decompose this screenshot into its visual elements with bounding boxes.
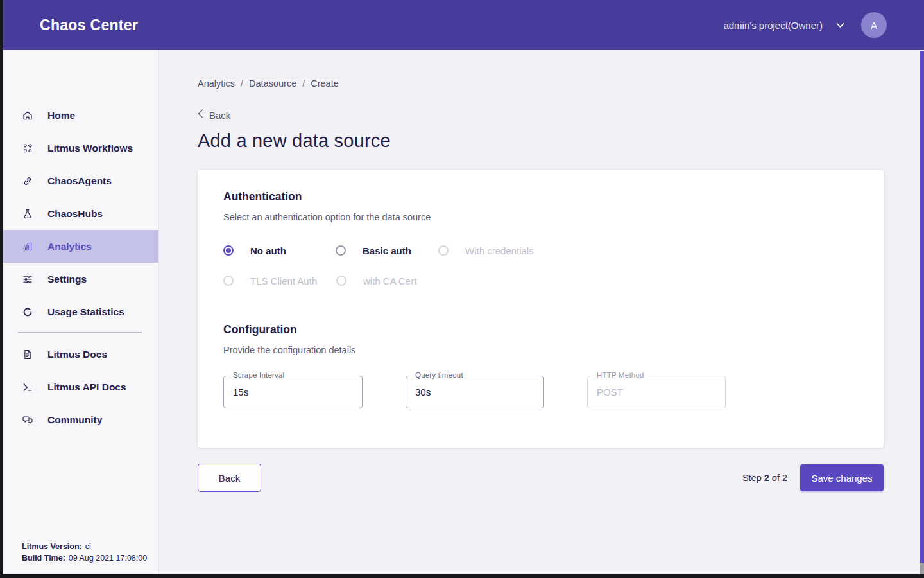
sidebar-divider bbox=[18, 332, 142, 333]
breadcrumb-link[interactable]: Datasource bbox=[249, 78, 296, 89]
field-value: POST bbox=[597, 387, 623, 398]
breadcrumb-separator: / bbox=[302, 78, 305, 89]
avatar[interactable]: A bbox=[861, 12, 887, 38]
item: Datasource / bbox=[249, 78, 305, 89]
header-right: admin's project(Owner) A bbox=[723, 12, 887, 38]
scrollbar[interactable] bbox=[920, 51, 924, 563]
settings-icon bbox=[22, 274, 33, 285]
configuration-subtitle: Provide the configuration details bbox=[223, 345, 858, 355]
project-selector-label: admin's project(Owner) bbox=[723, 20, 823, 31]
version-info: Litmus Version: ci Build Time: 09 Aug 20… bbox=[22, 541, 147, 564]
sidebar-item-label: Analytics bbox=[47, 241, 92, 252]
sidebar-item-analytics[interactable]: Analytics bbox=[3, 230, 158, 263]
field-value: 15s bbox=[233, 387, 248, 398]
save-changes-button[interactable]: Save changes bbox=[800, 464, 884, 491]
build-time: Build Time: 09 Aug 2021 17:08:00 bbox=[22, 552, 147, 564]
authentication-heading: Authentication bbox=[223, 190, 858, 204]
avatar-initial: A bbox=[871, 20, 877, 31]
sidebar-item-chaoshubs[interactable]: ChaosHubs bbox=[3, 197, 158, 230]
auth-options-row-2: TLS Client Auth with CA Cert bbox=[223, 273, 858, 288]
sidebar-primary-nav: Home Litmus Workflows ChaosAgents ChaosH… bbox=[3, 99, 158, 328]
litmus-version-value: ci bbox=[85, 541, 91, 552]
item: Create / bbox=[311, 78, 339, 89]
step-prefix: Step bbox=[742, 473, 762, 483]
auth-option-no-auth[interactable]: No auth bbox=[223, 245, 336, 256]
sidebar-item-label: Home bbox=[47, 110, 75, 121]
sidebar-item-settings[interactable]: Settings bbox=[3, 263, 158, 295]
back-link[interactable]: Back bbox=[198, 109, 230, 121]
step-indicator: Step 2 of 2 bbox=[742, 473, 787, 483]
home-icon bbox=[22, 110, 33, 121]
page-title: Add a new data source bbox=[198, 130, 924, 152]
radio-icon bbox=[336, 276, 346, 286]
back-button[interactable]: Back bbox=[198, 464, 261, 492]
terminal-icon bbox=[22, 381, 33, 393]
config-field-query-timeout[interactable]: Query timeout 30s bbox=[406, 376, 544, 408]
chevron-left-icon bbox=[198, 109, 203, 121]
field-label: Query timeout bbox=[412, 371, 466, 379]
auth-option-label: No auth bbox=[250, 245, 286, 256]
sidebar-item-label: ChaosHubs bbox=[47, 208, 103, 220]
breadcrumb-link[interactable]: Analytics bbox=[198, 78, 235, 89]
radio-icon bbox=[336, 245, 346, 256]
sidebar-item-litmus-workflows[interactable]: Litmus Workflows bbox=[3, 132, 158, 164]
sidebar-item-label: Litmus API Docs bbox=[47, 381, 126, 393]
sidebar-item-label: Usage Statistics bbox=[47, 306, 124, 318]
radio-icon bbox=[223, 276, 234, 286]
agents-icon bbox=[22, 175, 33, 187]
sidebar-item-home[interactable]: Home bbox=[3, 99, 158, 132]
build-time-value: 09 Aug 2021 17:08:00 bbox=[69, 552, 147, 564]
analytics-icon bbox=[22, 241, 33, 252]
sidebar-item-label: ChaosAgents bbox=[47, 175, 112, 187]
auth-options-row-1: No auth Basic auth With credentials bbox=[223, 243, 858, 258]
sidebar-item-litmus-api-docs[interactable]: Litmus API Docs bbox=[3, 371, 158, 403]
community-icon bbox=[22, 414, 33, 426]
back-link-label: Back bbox=[209, 110, 230, 121]
field-value: 30s bbox=[415, 387, 431, 398]
workflows-icon bbox=[22, 143, 33, 154]
datasource-form-card: Authentication Select an authentication … bbox=[198, 170, 884, 448]
scrollbar-corner bbox=[920, 563, 924, 574]
auth-option-label: with CA Cert bbox=[363, 276, 416, 286]
breadcrumb-link[interactable]: Create bbox=[311, 78, 339, 89]
sidebar-item-community[interactable]: Community bbox=[3, 403, 158, 436]
litmus-version-label: Litmus Version: bbox=[22, 541, 82, 552]
sidebar-item-label: Litmus Docs bbox=[47, 349, 107, 360]
auth-option-with-credentials[interactable]: With credentials bbox=[438, 245, 534, 256]
field-label: HTTP Method bbox=[594, 371, 647, 379]
radio-icon bbox=[223, 245, 234, 256]
config-fields: Scrape Interval 15s Query timeout 30s HT… bbox=[223, 376, 858, 408]
field-label: Scrape Interval bbox=[230, 371, 287, 379]
window-edge-left bbox=[0, 0, 3, 578]
sidebar: Home Litmus Workflows ChaosAgents ChaosH… bbox=[3, 50, 159, 574]
config-field-http-method[interactable]: HTTP Method POST bbox=[587, 376, 726, 408]
sidebar-item-usage-statistics[interactable]: Usage Statistics bbox=[3, 295, 158, 328]
litmus-version: Litmus Version: ci bbox=[22, 541, 147, 552]
sidebar-item-label: Community bbox=[47, 414, 102, 426]
breadcrumb-separator: / bbox=[241, 78, 243, 89]
step-suffix: of 2 bbox=[772, 473, 787, 483]
breadcrumb: Analytics / Datasource / Create / bbox=[198, 78, 924, 89]
build-time-label: Build Time: bbox=[22, 552, 65, 564]
project-selector[interactable]: admin's project(Owner) bbox=[723, 20, 844, 31]
main-content: Analytics / Datasource / Create / Back A… bbox=[159, 50, 924, 574]
step-current: 2 bbox=[764, 473, 769, 483]
config-field-scrape-interval[interactable]: Scrape Interval 15s bbox=[223, 376, 363, 408]
authentication-subtitle: Select an authentication option for the … bbox=[223, 212, 858, 222]
auth-option-with-ca-cert[interactable]: with CA Cert bbox=[336, 276, 416, 286]
app-title: Chaos Center bbox=[40, 17, 138, 34]
sidebar-item-chaosagents[interactable]: ChaosAgents bbox=[3, 164, 158, 197]
docs-icon bbox=[22, 349, 33, 360]
form-footer: Back Step 2 of 2 Save changes bbox=[198, 464, 884, 492]
auth-option-label: Basic auth bbox=[363, 245, 411, 256]
auth-option-tls-client-auth[interactable]: TLS Client Auth bbox=[223, 276, 336, 286]
sidebar-item-label: Litmus Workflows bbox=[47, 143, 133, 154]
hubs-icon bbox=[22, 208, 33, 220]
auth-option-label: With credentials bbox=[465, 245, 534, 256]
sidebar-secondary-nav: Litmus Docs Litmus API Docs Community bbox=[3, 338, 158, 436]
window-edge-bottom bbox=[0, 574, 924, 578]
usage-icon bbox=[22, 306, 33, 318]
auth-option-basic-auth[interactable]: Basic auth bbox=[336, 245, 438, 256]
configuration-heading: Configuration bbox=[223, 323, 858, 337]
sidebar-item-litmus-docs[interactable]: Litmus Docs bbox=[3, 338, 158, 371]
